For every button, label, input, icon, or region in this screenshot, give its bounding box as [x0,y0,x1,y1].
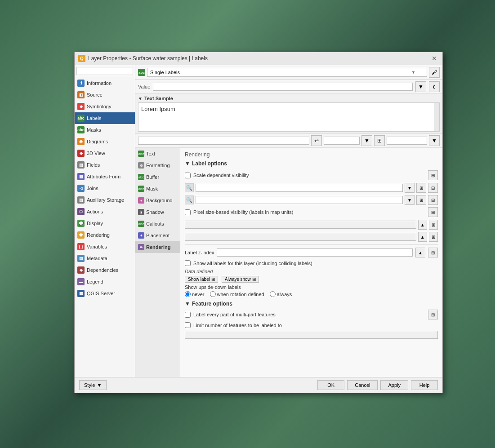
sidebar-item-actions[interactable]: ⬡ Actions [75,206,135,217]
sidebar-item-dependencies[interactable]: ◈ Dependencies [75,264,135,276]
min-px-btn[interactable]: ⊞ [429,220,438,230]
sidebar-label-joins: Joins [87,186,98,191]
lorem-ipsum-text: Lorem Ipsum [141,106,175,112]
max-px-input[interactable]: Maximum 10000 px [185,233,416,241]
scale-dep-checkbox[interactable] [185,173,191,178]
always-radio[interactable] [270,291,276,297]
scale-dropdown-btn2[interactable]: ▼ [429,135,440,146]
sub-nav-item-background[interactable]: ♦ Background [135,195,180,206]
value-row: Value 123 Labels ▼ ε [135,80,442,94]
when-rotation-label: when rotation defined [217,292,264,297]
max-scale-input[interactable]: 0 [196,196,403,204]
min-scale-input[interactable]: 0 [196,184,403,192]
min-scale-dropdown[interactable]: ▼ [405,183,415,193]
actions-icon: ⬡ [77,208,85,215]
sub-nav-item-mask[interactable]: abc Mask [135,183,180,195]
max-px-spinner-up[interactable]: ▲ [418,232,427,242]
sidebar-item-rendering[interactable]: ⬟ Rendering [75,229,135,241]
label-every-part-checkbox[interactable] [185,312,191,318]
label-options-arrow: ▼ [185,160,190,167]
min-scale-btn[interactable]: ⊞ [416,183,426,193]
qgisserver-icon: ▦ [77,290,85,297]
value-expr-btn[interactable]: ε [429,81,440,92]
sidebar-item-fields[interactable]: ▤ Fields [75,159,135,171]
cancel-button[interactable]: Cancel [347,380,378,390]
show-all-labels-label: Show all labels for this layer (includin… [193,261,312,266]
legend-icon: ▬ [77,278,85,285]
sidebar-item-diagrams[interactable]: ◉ Diagrams [75,136,135,147]
limit-number-row: Limit number of features to be labeled t… [185,322,438,328]
sub-nav-label-text: Text [146,151,155,156]
sidebar-item-information[interactable]: ℹ Information [75,77,135,89]
value-input[interactable]: 123 Labels [153,83,413,91]
sidebar-item-variables[interactable]: { } Variables [75,241,135,253]
apply-button[interactable]: Apply [380,380,408,390]
scale-dep-label: Scale dependent visibility [193,173,249,178]
limit-number-checkbox[interactable] [185,322,191,328]
pixel-size-checkbox[interactable] [185,209,191,215]
never-radio[interactable] [185,291,191,297]
label-z-btn[interactable]: ⊞ [428,248,438,257]
search-input[interactable] [76,67,133,75]
show-all-labels-checkbox[interactable] [185,260,191,266]
sidebar-item-source[interactable]: ◧ Source [75,89,135,101]
text-sample-header: ▼ Text Sample [138,96,440,101]
sidebar-item-display[interactable]: 💬 Display [75,217,135,229]
sidebar-item-qgisserver[interactable]: ▦ QGIS Server [75,288,135,299]
sub-nav-item-formatting[interactable]: ⚙ Formatting [135,160,180,171]
sidebar-item-joins[interactable]: ◁ Joins [75,182,135,194]
sidebar-item-3dview[interactable]: ◆ 3D View [75,147,135,159]
sub-nav-item-rendering[interactable]: ✏ Rendering [135,241,180,253]
max-px-btn[interactable]: ⊞ [429,232,438,242]
min-px-spinner-up[interactable]: ▲ [418,220,427,230]
label-z-input[interactable]: 0.00 [217,248,413,257]
sidebar-label-attrform: Attributes Form [87,174,120,179]
sub-nav-item-buffer[interactable]: abc Buffer [135,171,180,183]
paint-button[interactable]: 🖌 [429,67,440,78]
pixel-size-btn[interactable]: ⊞ [428,207,438,217]
sidebar-item-legend[interactable]: ▬ Legend [75,276,135,288]
max-scale-dropdown[interactable]: ▼ [405,195,415,205]
max-scale-btn[interactable]: ⊞ [416,195,426,205]
diagrams-icon: ◉ [77,138,85,145]
limit-value-input[interactable] [185,331,438,339]
preview-text-input[interactable]: Lorem Ipsum [138,137,309,145]
feature-options-label: Feature options [192,301,232,307]
sub-nav-item-shadow[interactable]: ◗ Shadow [135,206,180,218]
sidebar-item-symbology[interactable]: ◈ Symbology [75,101,135,112]
style-button[interactable]: Style ▼ [79,380,107,390]
scale-btn2[interactable]: ⊞ [374,135,385,146]
show-label-btn-label: Show label [188,277,210,282]
sub-nav-item-text[interactable]: abc Text [135,148,180,160]
value-dropdown-btn[interactable]: ▼ [415,81,426,92]
show-label-row: Show label ⊞ Always show ⊞ [185,276,438,283]
show-label-btn[interactable]: Show label ⊞ [185,276,218,283]
sidebar-item-aux[interactable]: ▤ Auxiliary Storage [75,194,135,206]
label-every-part-btn[interactable]: ⊞ [428,310,438,319]
scale-input2[interactable] [387,137,427,145]
preview-reset-btn[interactable]: ↩ [311,135,322,146]
sidebar-label-symbology: Symbology [87,104,111,109]
label-z-spinner-up[interactable]: ▲ [415,248,425,257]
always-show-btn[interactable]: Always show ⊞ [222,276,259,283]
sidebar-item-masks[interactable]: abc Masks [75,124,135,136]
sidebar-label-display: Display [87,221,103,226]
sidebar-item-metadata[interactable]: ▤ Metadata [75,253,135,264]
max-scale-btn2[interactable]: ⊟ [428,195,438,205]
min-px-input[interactable]: Minimum 3 px [185,221,416,229]
sub-nav-item-callouts[interactable]: abc Callouts [135,218,180,230]
scale-dep-btn[interactable]: ⊞ [428,170,438,180]
zoom-in-icon: 🔍 [185,195,194,204]
ok-button[interactable]: OK [317,380,344,390]
scale-input[interactable]: 1:7923 [324,137,360,145]
sidebar-item-attrform[interactable]: ▦ Attributes Form [75,171,135,182]
close-button[interactable]: ✕ [430,55,439,62]
label-type-select[interactable]: Single Labels [147,68,427,77]
rendering-panel: Rendering ▼ Label options Scale dependen… [180,148,442,377]
min-scale-btn2[interactable]: ⊟ [428,183,438,193]
help-button[interactable]: Help [411,380,438,390]
scale-dropdown-btn[interactable]: ▼ [361,135,372,146]
sidebar-item-labels[interactable]: abc Labels [75,112,135,124]
when-rotation-radio[interactable] [210,291,216,297]
sub-nav-item-placement[interactable]: ✦ Placement [135,230,180,241]
